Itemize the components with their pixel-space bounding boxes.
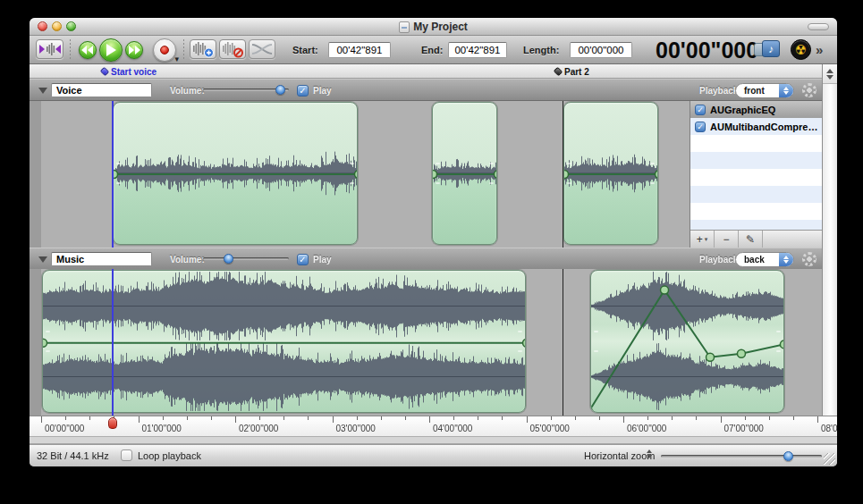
vertical-scrollbar[interactable] [822, 64, 837, 416]
track-name-field[interactable]: Voice [51, 83, 152, 97]
ruler-minor-tick [405, 416, 406, 420]
envelope-handle[interactable] [355, 171, 359, 179]
timeline-marker[interactable]: Start voice [101, 65, 157, 78]
volume-envelope[interactable] [433, 103, 497, 245]
add-audio-button[interactable] [190, 39, 216, 59]
remove-effect-button[interactable]: − [715, 231, 739, 248]
track-settings-gear-icon[interactable] [802, 252, 816, 266]
voice-track-area[interactable]: ✓AUGraphicEQ✓AUMultibandCompre… + ▾ − ✎ [30, 101, 822, 248]
add-effect-button[interactable]: + ▾ [690, 231, 715, 248]
crossfade-button[interactable] [249, 39, 275, 59]
envelope-handle[interactable] [563, 171, 569, 179]
length-field[interactable]: 00'00"000 [570, 42, 632, 58]
edit-effect-button[interactable]: ✎ [739, 231, 763, 248]
ruler-minor-tick [163, 416, 164, 420]
envelope-handle[interactable] [737, 349, 745, 357]
audio-clip[interactable] [590, 270, 784, 413]
volume-slider[interactable] [203, 254, 289, 264]
media-browser-button[interactable]: ♪ [754, 39, 784, 61]
zoom-stepper[interactable] [647, 449, 652, 458]
playback-dropdown[interactable]: front [735, 83, 794, 98]
loop-playback-label: Loop playback [138, 450, 201, 461]
start-field[interactable]: 00'42"891 [328, 42, 391, 58]
playback-value: back [744, 255, 765, 265]
volume-envelope[interactable] [591, 271, 784, 413]
envelope-handle[interactable] [42, 339, 47, 347]
horizontal-zoom-label: Horizontal zoom [584, 450, 655, 461]
scroll-down-arrow-icon[interactable] [826, 75, 833, 80]
disclosure-triangle-icon[interactable] [38, 256, 47, 263]
ruler-minor-tick [793, 416, 794, 420]
track-settings-gear-icon[interactable] [802, 83, 816, 97]
envelope-handle[interactable] [590, 407, 593, 413]
music-track-area[interactable] [30, 269, 822, 416]
ruler-major-tick [817, 416, 818, 423]
audio-clip[interactable] [563, 102, 658, 245]
ruler-minor-tick [187, 416, 188, 420]
effect-enabled-checkbox[interactable]: ✓ [695, 122, 706, 132]
envelope-handle[interactable] [523, 339, 527, 347]
ruler-minor-tick [357, 416, 358, 420]
loop-playback-checkbox[interactable] [121, 449, 132, 461]
end-label: End: [421, 45, 443, 55]
ruler-major-tick [139, 416, 140, 423]
horizontal-zoom-slider[interactable] [661, 451, 822, 461]
audio-clip[interactable] [113, 102, 358, 245]
envelope-handle[interactable] [661, 286, 669, 294]
play-button[interactable] [99, 38, 123, 62]
ruler-time-label: 02'00"000 [239, 424, 278, 433]
volume-envelope[interactable] [114, 103, 358, 245]
volume-envelope[interactable] [43, 271, 526, 413]
scroll-up-arrow-icon[interactable] [826, 69, 833, 73]
rewind-button[interactable] [79, 41, 97, 59]
end-field[interactable]: 00'42"891 [448, 42, 507, 58]
marker-bar[interactable]: Start voicePart 2 [30, 64, 822, 79]
slider-knob[interactable] [275, 85, 285, 95]
audio-clip[interactable] [42, 270, 526, 413]
scroll-arrows[interactable] [823, 64, 837, 84]
window-title-area: My Project [30, 18, 837, 36]
burn-button[interactable]: ☢ [791, 39, 811, 60]
play-checkbox[interactable]: ✓ [297, 85, 309, 97]
envelope-handle[interactable] [495, 171, 498, 179]
record-button[interactable]: ▾ [153, 38, 176, 62]
titlebar: My Project [30, 18, 837, 36]
envelope-handle[interactable] [656, 171, 659, 179]
envelope-handle[interactable] [432, 171, 437, 179]
effect-row[interactable]: ✓AUMultibandCompre… [690, 118, 822, 135]
envelope-handle[interactable] [780, 340, 784, 349]
play-checkbox[interactable]: ✓ [297, 254, 309, 265]
timeline-marker[interactable]: Part 2 [554, 65, 589, 78]
slider-knob[interactable] [224, 254, 233, 264]
volume-envelope[interactable] [564, 103, 658, 245]
record-menu-caret-icon[interactable]: ▾ [174, 55, 179, 63]
toolbar: ▾ [30, 36, 837, 64]
toolbar-toggle-pill-button[interactable] [808, 23, 829, 30]
ruler-minor-tick [381, 416, 382, 420]
volume-slider[interactable] [203, 85, 289, 95]
window-resize-grip[interactable] [824, 453, 835, 465]
effect-enabled-checkbox[interactable]: ✓ [695, 105, 706, 115]
slider-knob[interactable] [783, 451, 793, 461]
playhead-pin[interactable] [108, 417, 117, 429]
disclosure-triangle-icon[interactable] [38, 88, 47, 94]
toolbar-separator [70, 39, 71, 61]
playback-value: front [744, 86, 765, 96]
audio-clip[interactable] [432, 102, 497, 245]
playback-dropdown[interactable]: back [735, 252, 794, 267]
effect-row[interactable]: ✓AUGraphicEQ [690, 101, 822, 118]
toolbar-overflow-chevrons[interactable]: » [816, 42, 823, 57]
caret-down-icon: ▾ [705, 236, 708, 243]
status-bar: 32 Bit / 44.1 kHz Loop playback Horizont… [30, 444, 837, 466]
track-name-field[interactable]: Music [51, 252, 152, 266]
timeline-ruler[interactable]: 00'00"00001'00"00002'00"00003'00"00004'0… [30, 416, 837, 437]
playhead-line[interactable] [112, 101, 114, 248]
delete-audio-button[interactable] [219, 39, 246, 59]
envelope-handle[interactable] [706, 353, 715, 361]
fast-forward-button[interactable] [125, 41, 143, 59]
stepper-up-icon[interactable] [647, 449, 652, 453]
playhead-line[interactable] [112, 269, 114, 416]
trim-selection-button[interactable] [36, 39, 63, 59]
slider-track [203, 257, 289, 260]
stepper-down-icon[interactable] [647, 455, 652, 458]
